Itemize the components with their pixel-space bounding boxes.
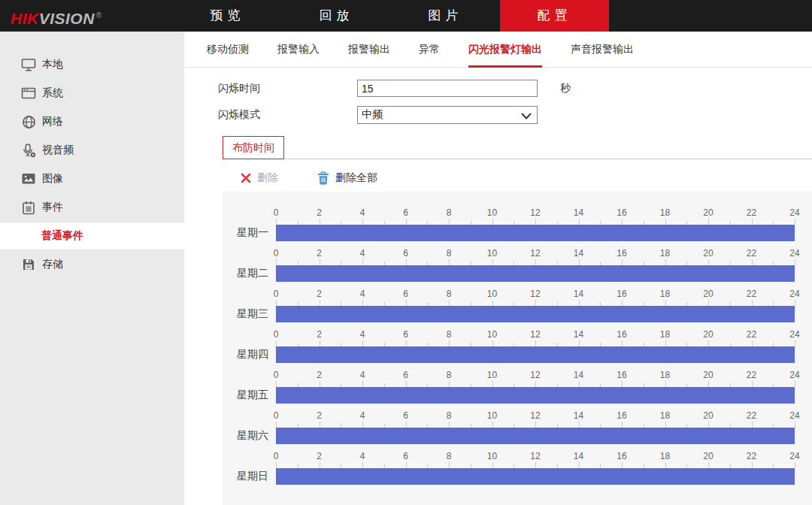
axis-tick <box>320 300 320 306</box>
axis-tick <box>579 300 580 306</box>
schedule-time-bar[interactable] <box>276 346 795 363</box>
axis-tick <box>449 462 450 468</box>
axis-label: 22 <box>747 451 756 461</box>
axis-tick <box>579 422 580 428</box>
axis-tick <box>406 381 407 387</box>
chevron-down-icon <box>521 113 532 119</box>
schedule-time-bar[interactable] <box>276 468 795 485</box>
event-notepad-icon <box>21 200 36 215</box>
axis-label: 12 <box>530 207 540 218</box>
axis-label: 10 <box>487 329 497 340</box>
tab-flashing-alarm-light-output[interactable]: 闪光报警灯输出 <box>468 32 542 68</box>
flash-mode-select[interactable]: 中频 <box>357 106 538 124</box>
tab-audible-alarm-output[interactable]: 声音报警输出 <box>571 32 634 68</box>
nav-item-picture[interactable]: 图片 <box>391 0 500 32</box>
axis-tick <box>622 259 623 265</box>
axis-label: 24 <box>789 329 799 340</box>
axis-tick <box>622 340 623 346</box>
divider <box>284 159 812 159</box>
flash-duration-label: 闪烁时间 <box>218 82 357 95</box>
logo-brand-secondary: VISION <box>39 10 95 27</box>
schedule-time-bar[interactable] <box>276 387 795 404</box>
axis-tick <box>362 219 363 225</box>
delete-button[interactable]: 删除 <box>241 171 278 185</box>
axis-tick <box>320 219 320 225</box>
axis-tick <box>320 259 320 265</box>
axis-tick <box>622 300 623 306</box>
tab-motion-detection[interactable]: 移动侦测 <box>207 32 249 68</box>
sidebar-item-storage[interactable]: 存储 <box>0 250 184 279</box>
axis-tick <box>665 340 666 346</box>
schedule-time-bar[interactable] <box>276 306 795 322</box>
axis-tick <box>752 259 753 265</box>
time-axis: 024681012141618202224 <box>223 363 812 387</box>
tab-alarm-output[interactable]: 报警输出 <box>348 32 390 68</box>
axis-tick <box>535 300 536 306</box>
time-axis: 024681012141618202224 <box>223 282 812 306</box>
schedule-bar-track: 星期四 <box>223 346 812 363</box>
sidebar-item-basic-event[interactable]: 普通事件 <box>0 222 184 250</box>
axis-label: 20 <box>703 289 713 299</box>
axis-label: 4 <box>360 410 365 421</box>
nav-item-playback[interactable]: 回放 <box>282 0 391 32</box>
axis-label: 8 <box>447 451 452 461</box>
time-axis: 024681012141618202224 <box>223 241 812 265</box>
tab-exception[interactable]: 异常 <box>419 32 440 68</box>
sidebar-item-label: 视音频 <box>42 144 74 157</box>
axis-label: 24 <box>789 410 799 421</box>
axis-label: 10 <box>487 248 497 259</box>
axis-tick <box>492 219 493 225</box>
axis-tick <box>752 422 753 428</box>
nav-item-config[interactable]: 配置 <box>500 0 609 32</box>
day-label: 星期日 <box>237 470 268 483</box>
flash-duration-input[interactable] <box>357 80 538 97</box>
axis-tick <box>752 219 753 225</box>
axis-tick <box>492 462 493 468</box>
schedule-toolbar: 删除 删除全部 <box>241 171 377 185</box>
axis-label: 6 <box>403 289 408 299</box>
axis-label: 14 <box>574 410 583 421</box>
sidebar-item-system[interactable]: 系统 <box>0 79 184 107</box>
schedule-time-bar[interactable] <box>276 265 795 282</box>
flash-mode-row: 闪烁模式 中频 <box>218 106 538 124</box>
flash-duration-unit: 秒 <box>560 82 571 95</box>
nav-item-preview[interactable]: 预览 <box>173 0 282 32</box>
schedule-time-bar[interactable] <box>276 428 795 444</box>
schedule-row-thu: 024681012141618202224星期四 <box>223 322 812 363</box>
arming-schedule-tab[interactable]: 布防时间 <box>223 136 284 159</box>
time-axis: 024681012141618202224 <box>223 444 812 468</box>
sidebar-item-video-audio[interactable]: 视音频 <box>0 136 184 165</box>
axis-tick <box>665 219 666 225</box>
time-axis: 024681012141618202224 <box>223 201 812 225</box>
axis-label: 4 <box>360 248 365 259</box>
axis-tick <box>579 259 580 265</box>
trash-icon <box>317 171 329 185</box>
microphone-icon <box>21 143 36 158</box>
axis-tick <box>449 300 450 306</box>
tab-alarm-input[interactable]: 报警输入 <box>277 32 320 68</box>
sidebar-item-label: 存储 <box>42 258 63 271</box>
sidebar-item-event[interactable]: 事件 <box>0 193 184 222</box>
sidebar-item-image[interactable]: 图像 <box>0 165 184 193</box>
axis-label: 4 <box>360 329 365 340</box>
axis-label: 14 <box>574 248 583 259</box>
axis-tick <box>708 300 709 306</box>
top-nav: 预览回放图片配置 <box>173 0 609 32</box>
axis-tick <box>362 300 363 306</box>
axis-label: 6 <box>403 329 408 340</box>
sidebar-item-local[interactable]: 本地 <box>0 50 184 79</box>
schedule-time-bar[interactable] <box>276 225 795 241</box>
sidebar-item-network[interactable]: 网络 <box>0 107 184 136</box>
axis-label: 2 <box>317 248 322 259</box>
axis-tick <box>406 462 407 468</box>
axis-tick <box>276 340 277 346</box>
axis-tick <box>535 259 536 265</box>
axis-label: 22 <box>747 207 756 218</box>
axis-tick <box>752 381 753 387</box>
axis-label: 14 <box>574 451 583 461</box>
axis-tick <box>406 259 407 265</box>
axis-label: 22 <box>747 410 756 421</box>
axis-label: 24 <box>789 451 799 461</box>
day-label: 星期五 <box>237 389 268 402</box>
delete-all-button[interactable]: 删除全部 <box>317 171 377 185</box>
